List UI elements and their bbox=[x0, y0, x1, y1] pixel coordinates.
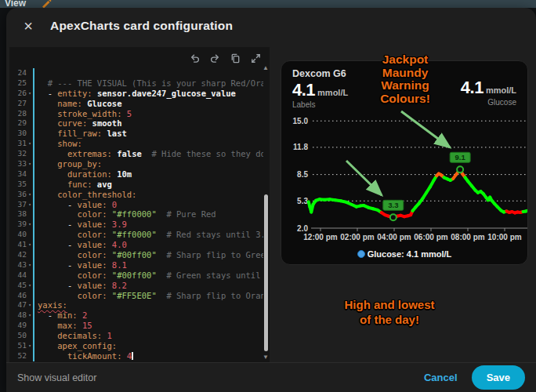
yaml-code-editor[interactable]: 2425 # --- THE VISUAL (This is your shar… bbox=[9, 47, 270, 362]
svg-text:10:00 pm: 10:00 pm bbox=[487, 233, 521, 241]
code-line: 49 max: 15 bbox=[9, 321, 263, 331]
fold-gutter bbox=[27, 230, 33, 240]
code-text: # --- THE VISUAL (This is your sharp Red… bbox=[38, 78, 263, 89]
fold-arrow-icon[interactable]: ▾ bbox=[27, 260, 33, 270]
fold-gutter bbox=[27, 250, 33, 260]
cancel-button[interactable]: Cancel bbox=[424, 372, 458, 383]
text-cursor bbox=[132, 352, 133, 360]
scroll-up-icon[interactable]: ▲ bbox=[263, 64, 269, 71]
gutter-guide bbox=[33, 149, 34, 159]
fold-arrow-icon[interactable]: ▾ bbox=[27, 341, 33, 351]
svg-text:08:00 pm: 08:00 pm bbox=[451, 233, 484, 241]
gutter-guide bbox=[33, 300, 34, 310]
code-line: 40 color: "#ff0000" # Red stays until 3.… bbox=[9, 230, 263, 240]
glucose-chart-card: Dexcom G6 4.1 mmol/L Labels 4.1 mmol/L G… bbox=[281, 60, 528, 265]
gutter-guide bbox=[33, 129, 34, 139]
show-visual-editor-link[interactable]: Show visual editor bbox=[17, 372, 96, 383]
code-line: 28 stroke_width: 5 bbox=[9, 109, 263, 119]
fold-gutter bbox=[27, 99, 33, 109]
annotation-high-lowest: High and lowestof the day! bbox=[344, 297, 434, 327]
svg-text:5.3: 5.3 bbox=[297, 197, 308, 205]
fold-gutter bbox=[27, 270, 33, 281]
gutter-guide bbox=[33, 260, 34, 270]
fold-arrow-icon[interactable]: ▾ bbox=[27, 190, 33, 200]
fold-arrow-icon[interactable]: ▾ bbox=[27, 139, 33, 149]
code-line: 32 extremas: false # Hide these so they … bbox=[9, 149, 263, 159]
scroll-down-icon[interactable]: ▼ bbox=[263, 354, 269, 361]
line-number: 33 bbox=[13, 159, 27, 169]
fold-arrow-icon[interactable]: ▾ bbox=[27, 281, 33, 291]
right-label: Glucose bbox=[461, 98, 516, 107]
line-number: 51 bbox=[13, 341, 27, 351]
redo-icon[interactable] bbox=[209, 53, 221, 64]
fold-arrow-icon[interactable]: ▾ bbox=[27, 300, 33, 310]
card-preview-panel: Dexcom G6 4.1 mmol/L Labels 4.1 mmol/L G… bbox=[270, 47, 536, 362]
line-number: 29 bbox=[13, 118, 27, 129]
line-number: 35 bbox=[13, 180, 27, 190]
code-text: color: "#00ff00" # Green stays until 8.1 bbox=[38, 270, 263, 281]
line-number: 50 bbox=[13, 331, 27, 341]
fold-gutter bbox=[27, 109, 33, 119]
right-value: 4.1 bbox=[461, 78, 483, 98]
line-number: 31 bbox=[13, 139, 27, 149]
edit-pencil-icon[interactable] bbox=[41, 0, 52, 8]
gutter-guide bbox=[33, 169, 34, 180]
svg-text:11.8: 11.8 bbox=[293, 143, 308, 151]
card-header: Dexcom G6 4.1 mmol/L Labels 4.1 mmol/L G… bbox=[281, 61, 527, 109]
line-number: 27 bbox=[13, 99, 27, 109]
gutter-guide bbox=[33, 139, 34, 149]
code-line: 25 # --- THE VISUAL (This is your sharp … bbox=[9, 78, 263, 89]
code-text: color: "#FF5E0E" # Sharp flip to Orange bbox=[38, 291, 263, 301]
code-line: 51▾ apex_config: bbox=[9, 341, 263, 351]
fold-arrow-icon[interactable]: ▾ bbox=[27, 200, 33, 210]
editor-scrollbar-thumb[interactable] bbox=[264, 194, 268, 351]
code-line: 52 tickAmount: 4 bbox=[9, 351, 263, 361]
code-text: - min: 2 bbox=[38, 310, 87, 321]
copy-icon[interactable] bbox=[230, 53, 241, 64]
code-text: - value: 8.2 bbox=[38, 281, 127, 291]
gutter-guide bbox=[33, 99, 34, 109]
fold-arrow-icon[interactable]: ▾ bbox=[27, 159, 33, 169]
fold-arrow-icon[interactable]: ▾ bbox=[27, 220, 33, 230]
fold-gutter bbox=[27, 321, 33, 331]
legend-label: Glucose: 4.1 mmol/L bbox=[368, 249, 452, 259]
fold-gutter bbox=[27, 118, 33, 129]
close-icon[interactable]: × bbox=[19, 16, 38, 35]
line-number: 37 bbox=[13, 200, 27, 210]
line-number: 52 bbox=[13, 351, 27, 361]
code-line: 41▾ - value: 4.0 bbox=[9, 240, 263, 250]
dialog-header: × ApexCharts card configuration bbox=[6, 8, 536, 44]
undo-icon[interactable] bbox=[189, 53, 201, 64]
line-number: 44 bbox=[13, 270, 27, 281]
fold-gutter bbox=[27, 351, 33, 361]
svg-text:06:00 pm: 06:00 pm bbox=[414, 233, 447, 241]
fold-gutter bbox=[27, 169, 33, 180]
fold-arrow-icon[interactable]: ▾ bbox=[27, 310, 33, 321]
fold-gutter bbox=[27, 149, 33, 159]
line-number: 34 bbox=[13, 169, 27, 180]
save-button[interactable]: Save bbox=[472, 365, 525, 390]
code-lines[interactable]: 2425 # --- THE VISUAL (This is your shar… bbox=[9, 68, 263, 362]
code-text: stroke_width: 5 bbox=[38, 109, 132, 119]
gutter-guide bbox=[33, 240, 34, 250]
code-text: duration: 10m bbox=[38, 169, 132, 180]
gutter-guide bbox=[33, 118, 34, 129]
gutter-guide bbox=[33, 341, 34, 351]
code-line: 27 name: Glucose bbox=[9, 99, 263, 109]
line-number: 32 bbox=[13, 149, 27, 159]
line-number: 25 bbox=[13, 78, 27, 89]
fold-gutter bbox=[27, 78, 33, 89]
gutter-guide bbox=[33, 351, 34, 361]
gutter-guide bbox=[33, 209, 34, 220]
code-line: 46 color: "#FF5E0E" # Sharp flip to Oran… bbox=[9, 291, 263, 301]
line-number: 41 bbox=[13, 240, 27, 250]
code-text: extremas: false # Hide these so they don… bbox=[38, 149, 263, 159]
fold-arrow-icon[interactable]: ▾ bbox=[27, 89, 33, 99]
chart-legend[interactable]: Glucose: 4.1 mmol/L bbox=[281, 249, 527, 259]
fullscreen-icon[interactable] bbox=[250, 53, 262, 64]
gutter-guide bbox=[33, 180, 34, 190]
gutter-guide bbox=[33, 281, 34, 291]
fold-arrow-icon[interactable]: ▾ bbox=[27, 240, 33, 250]
line-number: 30 bbox=[13, 129, 27, 139]
code-text: - value: 8.1 bbox=[38, 260, 127, 270]
